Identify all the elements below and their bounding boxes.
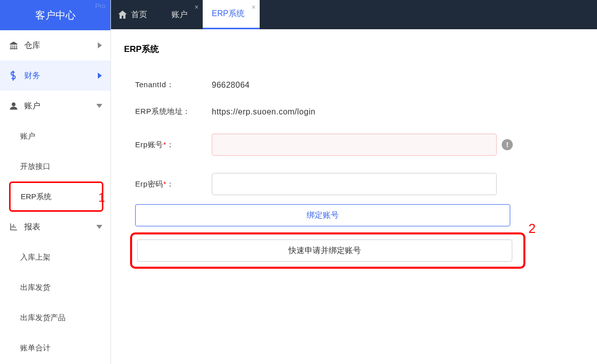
chevron-down-icon — [96, 103, 102, 108]
pro-badge: Pro — [95, 2, 105, 10]
sidebar-header: 客户中心 Pro — [0, 0, 110, 30]
erp-account-input[interactable] — [212, 134, 497, 156]
tab-home[interactable]: 首页 — [111, 0, 162, 29]
page-title: ERP系统 — [124, 43, 587, 55]
tab-label: 首页 — [131, 10, 147, 20]
sidebar-item-finance[interactable]: 财务 — [0, 60, 110, 91]
bind-account-button[interactable]: 绑定账号 — [135, 204, 510, 226]
sidebar-subitem-label: 入库上架 — [20, 253, 50, 262]
chevron-right-icon — [97, 73, 102, 79]
erp-password-input[interactable] — [212, 173, 497, 195]
sidebar-subitem-label: 账单合计 — [20, 343, 50, 353]
sidebar-subitem-outbound-product[interactable]: 出库发货产品 — [0, 302, 110, 333]
row-erp-password: Erp密码*： — [135, 173, 567, 195]
url-label: ERP系统地址： — [135, 107, 212, 116]
highlight-box-2: 快速申请并绑定账号 — [130, 232, 525, 269]
tab-label: 账户 — [171, 10, 188, 20]
sidebar-subitem-bill[interactable]: 账单合计 — [0, 333, 110, 363]
sidebar-subitem-label: 出库发货产品 — [20, 313, 66, 323]
main-area: 首页 账户 × ERP系统 × ERP系统 TenantId： 96628064… — [111, 0, 597, 364]
sidebar-subitem-label: 账户 — [20, 132, 35, 141]
error-icon: ! — [502, 139, 513, 150]
close-icon[interactable]: × — [195, 3, 199, 11]
tenant-value: 96628064 — [212, 81, 250, 90]
sidebar-subitem-inbound[interactable]: 入库上架 — [0, 242, 110, 272]
sidebar-subitem-outbound[interactable]: 出库发货 — [0, 272, 110, 302]
annotation-1: 1 — [98, 191, 105, 205]
sidebar-subitem-label: 开放接口 — [20, 162, 50, 171]
sidebar-item-label: 账户 — [24, 101, 40, 111]
sidebar-subitem-label: 出库发货 — [20, 283, 50, 292]
row-erp-account: Erp账号*： ! — [135, 134, 567, 156]
row-url: ERP系统地址： https://erp.suoen.com/login — [135, 107, 567, 116]
row-tenant: TenantId： 96628064 — [135, 80, 567, 90]
svg-point-0 — [12, 102, 16, 106]
home-icon — [118, 11, 127, 19]
sidebar: 客户中心 Pro 仓库 财务 账户 — [0, 0, 111, 364]
tab-bar: 首页 账户 × ERP系统 × — [111, 0, 597, 29]
sidebar-subitem-openapi[interactable]: 开放接口 — [0, 151, 110, 181]
button-label: 绑定账号 — [307, 210, 339, 221]
button-label: 快速申请并绑定账号 — [288, 246, 361, 256]
form-area: TenantId： 96628064 ERP系统地址： https://erp.… — [121, 80, 587, 269]
tab-account[interactable]: 账户 × — [162, 0, 203, 29]
btn-bind-row: 绑定账号 — [135, 204, 567, 226]
url-value: https://erp.suoen.com/login — [212, 107, 316, 116]
highlight-box-1: ERP系统 — [9, 181, 103, 212]
sidebar-item-label: 财务 — [24, 71, 40, 81]
chart-icon — [8, 222, 19, 231]
bank-icon — [8, 41, 19, 50]
user-icon — [8, 101, 19, 110]
close-icon[interactable]: × — [252, 3, 256, 11]
sidebar-title: 客户中心 — [35, 9, 76, 22]
sidebar-subitem-label: ERP系统 — [21, 192, 51, 202]
sidebar-subitem-erp[interactable]: ERP系统 — [11, 183, 102, 210]
tab-label: ERP系统 — [212, 9, 245, 19]
annotation-2: 2 — [528, 221, 535, 236]
sidebar-item-label: 仓库 — [24, 40, 40, 51]
sidebar-item-warehouse[interactable]: 仓库 — [0, 30, 110, 60]
chevron-right-icon — [97, 42, 102, 48]
dollar-icon — [8, 71, 19, 81]
erp-password-label: Erp密码*： — [135, 179, 212, 189]
content-area: ERP系统 TenantId： 96628064 ERP系统地址： https:… — [111, 29, 597, 364]
chevron-down-icon — [96, 224, 102, 229]
sidebar-item-account[interactable]: 账户 — [0, 91, 110, 121]
tab-erp[interactable]: ERP系统 × — [203, 0, 260, 29]
erp-account-label: Erp账号*： — [135, 140, 212, 150]
sidebar-subitem-account[interactable]: 账户 — [0, 121, 110, 151]
sidebar-item-report[interactable]: 报表 — [0, 212, 110, 242]
quick-apply-button[interactable]: 快速申请并绑定账号 — [137, 239, 512, 262]
tenant-label: TenantId： — [135, 80, 212, 90]
erp-password-input-wrap — [212, 173, 497, 195]
erp-account-input-wrap: ! — [212, 134, 497, 156]
sidebar-item-label: 报表 — [24, 222, 40, 232]
